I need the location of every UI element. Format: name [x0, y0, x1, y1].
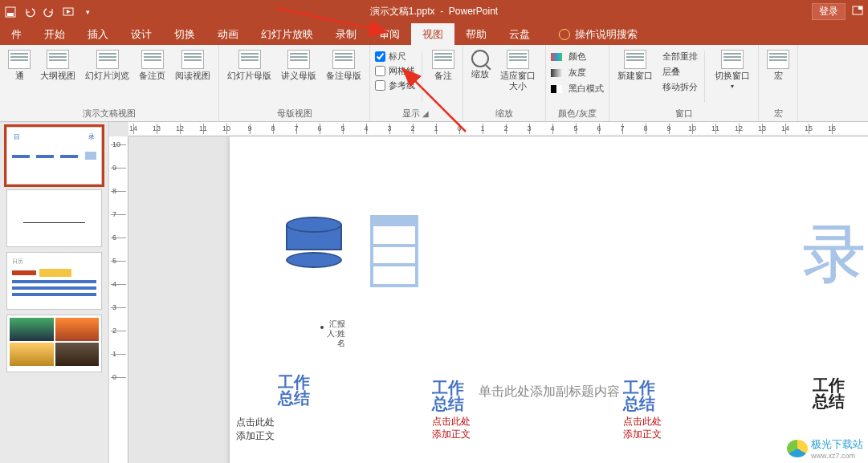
tab-design[interactable]: 设计: [120, 23, 163, 45]
work-title-1[interactable]: 工作总结: [278, 374, 310, 406]
slide-canvas[interactable]: 录 汇报人:姓名 工作总结 点击此处添加正文 工作总结 点击此处添加正文 单击此…: [230, 136, 868, 463]
tab-help[interactable]: 帮助: [454, 23, 498, 45]
notes-page-button[interactable]: 备注页: [136, 48, 169, 83]
fit-window-button[interactable]: 适应窗口大小: [495, 48, 540, 93]
tab-insert[interactable]: 插入: [76, 23, 120, 45]
work-title-3[interactable]: 工作总结: [623, 380, 655, 412]
redo-icon[interactable]: [43, 6, 55, 18]
lightbulb-icon: [559, 29, 570, 40]
start-from-beginning-icon[interactable]: [63, 6, 74, 18]
vertical-ruler: 109876543210: [109, 136, 128, 463]
group-zoom: 缩放: [468, 106, 540, 121]
save-icon[interactable]: [5, 6, 16, 18]
work-title-4[interactable]: 工作总结: [813, 377, 845, 409]
group-macros: 宏: [764, 106, 793, 121]
notes-button[interactable]: 备注: [429, 48, 458, 83]
tab-view[interactable]: 视图: [411, 23, 454, 45]
tell-me-search[interactable]: 操作说明搜索: [548, 23, 649, 45]
watermark: 极光下载站 www.xz7.com: [787, 437, 863, 460]
magnifier-icon: [471, 50, 489, 67]
bullet-icon: [320, 326, 324, 329]
login-button[interactable]: 登录: [812, 3, 846, 20]
thumbnail-2[interactable]: [6, 189, 102, 247]
click-placeholder-1[interactable]: 点击此处添加正文: [236, 416, 275, 443]
cascade-button[interactable]: 层叠: [659, 65, 698, 79]
reporter-text[interactable]: 汇报人:姓名: [327, 319, 345, 348]
group-window: 窗口: [614, 106, 753, 121]
group-show: 显示 ◢: [375, 106, 458, 121]
tab-transitions[interactable]: 切换: [163, 23, 206, 45]
ribbon-display-icon[interactable]: [852, 5, 863, 18]
slide-thumbnails-panel[interactable]: 目 录 日历: [0, 122, 109, 463]
horizontal-ruler: 1413121110987654321012345678910111213141…: [128, 122, 868, 136]
tab-file[interactable]: 件: [0, 23, 33, 45]
slide-sorter-button[interactable]: 幻灯片浏览: [82, 48, 132, 83]
group-master-views: 母版视图: [224, 106, 365, 121]
svg-rect-1: [7, 13, 14, 16]
qat-dropdown-icon[interactable]: ▾: [82, 6, 93, 18]
group-presentation-views: 演示文稿视图: [5, 106, 214, 121]
thumbnail-4[interactable]: [6, 315, 102, 372]
guides-checkbox[interactable]: 参考线: [375, 79, 415, 92]
click-placeholder-3[interactable]: 点击此处添加正文: [623, 416, 662, 441]
blackwhite-button[interactable]: 黑白模式: [551, 82, 604, 95]
move-split-button[interactable]: 移动拆分: [659, 80, 698, 94]
tab-slideshow[interactable]: 幻灯片放映: [250, 23, 324, 45]
color-button[interactable]: 颜色: [551, 50, 604, 63]
notes-master-button[interactable]: 备注母版: [323, 48, 365, 83]
lu-character-shape[interactable]: 录: [803, 213, 864, 297]
undo-icon[interactable]: [24, 6, 35, 18]
tab-review[interactable]: 审阅: [368, 23, 411, 45]
mu-character-shape[interactable]: [370, 215, 418, 287]
tab-record[interactable]: 录制: [324, 23, 368, 45]
tab-cloud[interactable]: 云盘: [498, 23, 541, 45]
tab-home[interactable]: 开始: [33, 23, 76, 45]
switch-windows-button[interactable]: 切换窗口▾: [711, 48, 753, 91]
tab-animations[interactable]: 动画: [206, 23, 250, 45]
thumbnail-3[interactable]: 日历: [6, 252, 102, 310]
show-dialog-launcher-icon[interactable]: ◢: [422, 109, 430, 118]
svg-rect-4: [858, 6, 862, 10]
macros-button[interactable]: 宏: [764, 48, 793, 83]
new-window-button[interactable]: 新建窗口: [614, 48, 656, 83]
grayscale-button[interactable]: 灰度: [551, 66, 604, 79]
window-title: 演示文稿1.pptx - PowerPoint: [370, 5, 498, 18]
work-title-2[interactable]: 工作总结: [432, 380, 464, 412]
handout-master-button[interactable]: 讲义母版: [278, 48, 320, 83]
click-placeholder-2[interactable]: 点击此处添加正文: [432, 416, 471, 441]
cylinder-shape[interactable]: [286, 225, 342, 260]
outline-view-button[interactable]: 大纲视图: [37, 48, 79, 83]
thumbnail-1[interactable]: 目 录: [6, 127, 102, 185]
normal-view-button[interactable]: 通: [5, 48, 34, 83]
watermark-logo-icon: [787, 440, 808, 457]
slide-master-button[interactable]: 幻灯片母版: [224, 48, 275, 83]
zoom-button[interactable]: 缩放: [468, 48, 492, 81]
arrange-all-button[interactable]: 全部重排: [659, 50, 698, 63]
ruler-checkbox[interactable]: 标尺: [375, 50, 415, 63]
subtitle-placeholder[interactable]: 单击此处添加副标题内容: [479, 384, 620, 400]
group-color-grayscale: 颜色/灰度: [551, 106, 604, 121]
gridlines-checkbox[interactable]: 网格线: [375, 64, 415, 78]
reading-view-button[interactable]: 阅读视图: [172, 48, 214, 83]
